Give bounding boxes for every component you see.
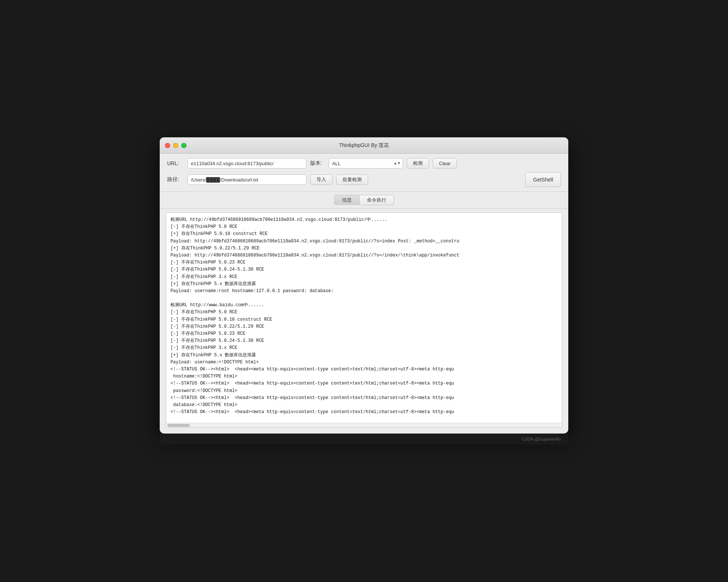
- titlebar: ThinkphpGUI By 莲花: [160, 137, 568, 154]
- tab-info[interactable]: 信息: [334, 195, 360, 205]
- output-area: 检测URL http://49bfd374686810689acb706e111…: [166, 212, 562, 428]
- tab-cmd[interactable]: 命令执行: [360, 195, 394, 205]
- getshell-button[interactable]: GetShell: [525, 172, 561, 187]
- path-label: 路径:: [167, 176, 184, 183]
- scrollbar-thumb: [168, 424, 190, 427]
- bottom-bar: CSDN @SuperherRo: [160, 434, 568, 445]
- import-button[interactable]: 导入: [310, 174, 332, 185]
- watermark: CSDN @SuperherRo: [522, 437, 561, 441]
- window-title: ThinkphpGUI By 莲花: [339, 142, 389, 149]
- horizontal-scrollbar[interactable]: [166, 423, 562, 427]
- batch-button[interactable]: 批量检测: [336, 174, 368, 185]
- version-label: 版本:: [310, 160, 325, 167]
- url-label: URL:: [167, 160, 184, 166]
- url-input[interactable]: [188, 158, 306, 169]
- minimize-button[interactable]: [173, 143, 178, 148]
- detect-button[interactable]: 检测: [407, 158, 429, 169]
- output-content[interactable]: 检测URL http://49bfd374686810689acb706e111…: [166, 213, 562, 423]
- maximize-button[interactable]: [181, 143, 186, 148]
- tabs-row: 信息 命令执行: [160, 192, 568, 209]
- version-select-wrapper: ALL 5.0 5.1 ▲▼: [329, 158, 403, 169]
- traffic-lights: [165, 143, 186, 148]
- version-select[interactable]: ALL 5.0 5.1: [329, 158, 403, 169]
- clear-button[interactable]: Clear: [433, 158, 457, 169]
- path-input[interactable]: [188, 174, 306, 185]
- close-button[interactable]: [165, 143, 170, 148]
